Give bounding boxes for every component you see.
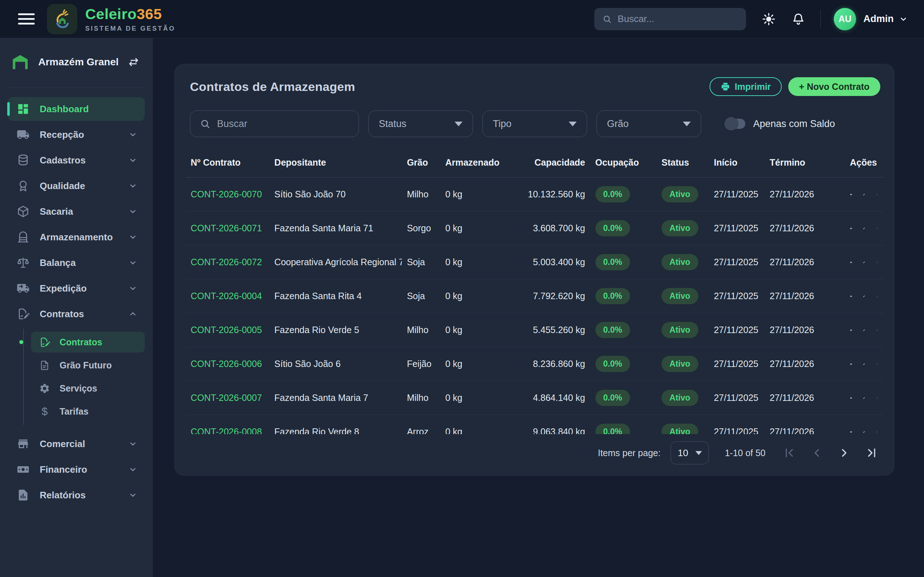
sidebar-item-balanca[interactable]: Balança [8, 251, 145, 275]
contract-number[interactable]: CONT-2026-0005 [186, 313, 269, 347]
grain-cell: Sorgo [402, 211, 440, 245]
hamburger-menu-icon[interactable] [18, 10, 35, 27]
dots-vertical-icon[interactable] [876, 290, 878, 302]
pencil-icon[interactable] [863, 324, 865, 336]
sidebar-item-relatorios[interactable]: Relatórios [8, 483, 145, 507]
sidebar-item-contratos[interactable]: Contratos [8, 302, 145, 326]
saldo-toggle-label: Apenas com Saldo [753, 118, 835, 129]
grao-filter[interactable]: Grão [596, 110, 701, 137]
pencil-icon[interactable] [863, 189, 865, 200]
bell-icon[interactable] [792, 12, 805, 26]
contract-number[interactable]: CONT-2026-0070 [186, 177, 269, 211]
dots-vertical-icon[interactable] [876, 392, 878, 404]
global-search-input[interactable] [618, 13, 738, 24]
start-date-cell: 27/11/2025 [709, 245, 765, 279]
tipo-filter[interactable]: Tipo [482, 110, 587, 137]
eye-icon[interactable] [850, 358, 852, 370]
pagination-range: 1-10 of 50 [725, 448, 766, 458]
dots-vertical-icon[interactable] [876, 358, 878, 370]
avatar[interactable]: AU [834, 8, 856, 30]
page-last-icon[interactable] [865, 446, 878, 459]
sidebar-subitem-label: Tarifas [60, 406, 89, 417]
dots-vertical-icon[interactable] [876, 189, 878, 200]
status-badge: Ativo [661, 322, 698, 338]
contract-number[interactable]: CONT-2026-0007 [186, 381, 269, 415]
pagination-nav [783, 446, 878, 459]
page-first-icon[interactable] [783, 446, 796, 459]
contract-edit-icon [17, 308, 30, 321]
sidebar-item-qualidade[interactable]: Qualidade [8, 174, 145, 198]
pencil-icon[interactable] [863, 256, 865, 268]
sidebar-item-recepcao[interactable]: Recepção [8, 123, 145, 147]
print-button[interactable]: Imprimir [709, 77, 782, 96]
pencil-icon[interactable] [863, 290, 865, 302]
new-contract-button[interactable]: + Novo Contrato [788, 77, 880, 96]
table-header-row: Nº ContratoDepositanteGrãoArmazenadoCapa… [186, 148, 883, 177]
status-badge: Ativo [661, 186, 698, 202]
org-switcher: Armazém Graneleir... [0, 53, 153, 71]
stored-cell: 0 kg [440, 347, 507, 381]
sun-icon[interactable] [762, 12, 775, 26]
chevron-down-icon [128, 490, 137, 500]
app-logo [47, 4, 77, 34]
table-row: CONT-2026-0005Fazenda Rio Verde 5Milho0 … [186, 313, 883, 347]
sidebar-subitem-contratos[interactable]: Contratos [31, 332, 145, 353]
contract-number[interactable]: CONT-2026-0008 [186, 415, 269, 434]
sidebar-item-armazenamento[interactable]: Armazenamento [8, 225, 145, 249]
contract-number[interactable]: CONT-2026-0072 [186, 245, 269, 279]
caret-down-icon [695, 451, 702, 455]
stored-cell: 0 kg [440, 211, 507, 245]
depositor-cell: Fazenda Santa Maria 71 [269, 211, 402, 245]
caret-down-icon [455, 122, 462, 126]
grain-cell: Milho [402, 381, 440, 415]
sidebar-subitem-label: Serviços [60, 383, 97, 394]
sidebar-item-expedicao[interactable]: Expedição [8, 276, 145, 300]
contract-number[interactable]: CONT-2026-0006 [186, 347, 269, 381]
eye-icon[interactable] [850, 189, 852, 200]
pencil-icon[interactable] [863, 426, 865, 434]
sidebar-item-dashboard[interactable]: Dashboard [8, 97, 145, 121]
page-prev-icon[interactable] [810, 446, 823, 459]
sidebar-item-label: Cadastros [40, 155, 118, 166]
capacity-cell: 4.864.140 kg [507, 381, 590, 415]
status-filter[interactable]: Status [368, 110, 473, 137]
chevron-down-icon [128, 232, 137, 242]
eye-icon[interactable] [850, 222, 852, 234]
dots-vertical-icon[interactable] [876, 256, 878, 268]
dots-vertical-icon[interactable] [876, 324, 878, 336]
contract-number[interactable]: CONT-2026-0004 [186, 279, 269, 313]
end-date-cell: 27/11/2026 [765, 381, 845, 415]
eye-icon[interactable] [850, 290, 852, 302]
start-date-cell: 27/11/2025 [709, 415, 765, 434]
sidebar-item-comercial[interactable]: Comercial [8, 432, 145, 456]
table-search-input[interactable] [217, 118, 349, 129]
sidebar-item-sacaria[interactable]: Sacaria [8, 200, 145, 223]
dots-vertical-icon[interactable] [876, 426, 878, 434]
sidebar-subitem-grao-futuro[interactable]: Grão Futuro [31, 355, 145, 376]
sidebar-item-financeiro[interactable]: Financeiro [8, 458, 145, 481]
dots-vertical-icon[interactable] [876, 222, 878, 234]
swap-horizontal-icon[interactable] [128, 56, 140, 68]
pencil-icon[interactable] [863, 358, 865, 370]
occupancy-cell: 0.0% [590, 245, 657, 279]
pencil-icon[interactable] [863, 222, 865, 234]
chevron-down-icon[interactable] [899, 15, 908, 24]
sidebar-subitem-servicos[interactable]: Serviços [31, 378, 145, 399]
sidebar-subitem-tarifas[interactable]: $Tarifas [31, 401, 145, 422]
page-next-icon[interactable] [838, 446, 851, 459]
eye-icon[interactable] [850, 392, 852, 404]
pencil-icon[interactable] [863, 392, 865, 404]
end-date-cell: 27/11/2026 [765, 245, 845, 279]
saldo-toggle[interactable] [727, 119, 745, 129]
eye-icon[interactable] [850, 256, 852, 268]
sidebar-submenu-contratos: ContratosGrão FuturoServiços$Tarifas [23, 329, 145, 425]
start-date-cell: 27/11/2025 [709, 211, 765, 245]
eye-icon[interactable] [850, 324, 852, 336]
sidebar-item-cadastros[interactable]: Cadastros [8, 148, 145, 172]
capacity-cell: 8.236.860 kg [507, 347, 590, 381]
truck-icon [17, 128, 30, 141]
eye-icon[interactable] [850, 426, 852, 434]
occupancy-cell: 0.0% [590, 415, 657, 434]
items-per-page-select[interactable]: 10 [670, 441, 709, 464]
contract-number[interactable]: CONT-2026-0071 [186, 211, 269, 245]
